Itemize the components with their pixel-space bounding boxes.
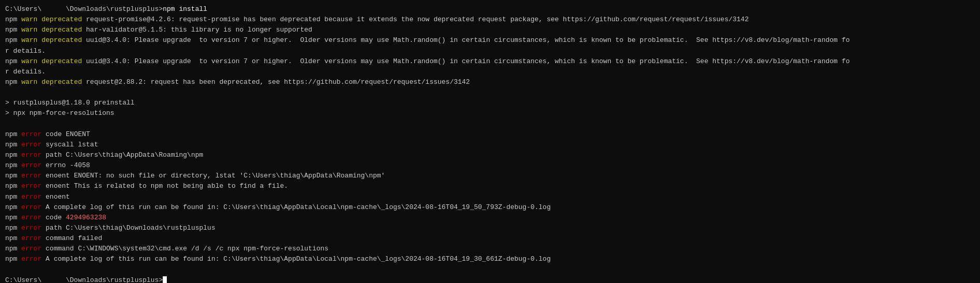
warn-line-3: npm warn deprecated uuid@3.4.0: Please u… (5, 35, 975, 46)
error-line-5: npm error enoent ENOENT: no such file or… (5, 171, 975, 181)
warn-line-4: npm warn deprecated uuid@3.4.0: Please u… (5, 56, 975, 67)
command-line: C:\Users\ \Downloads\rustplusplus>npm in… (5, 4, 975, 14)
error-line-9: npm error code 4294963238 (5, 213, 975, 223)
error-line-11: npm error command failed (5, 233, 975, 244)
error-line-4: npm error errno -4058 (5, 160, 975, 171)
error-line-6: npm error enoent This is related to npm … (5, 181, 975, 191)
error-line-2: npm error syscall lstat (5, 140, 975, 150)
error-line-8: npm error A complete log of this run can… (5, 202, 975, 213)
empty-line-2 (5, 119, 975, 129)
warn-line-1: npm warn deprecated request-promise@4.2.… (5, 14, 975, 25)
error-line-10: npm error path C:\Users\thiag\Downloads\… (5, 223, 975, 233)
preinstall-line-1: > rustplusplus@1.18.0 preinstall (5, 98, 975, 108)
terminal-window: C:\Users\ \Downloads\rustplusplus>npm in… (5, 4, 975, 283)
empty-line-1 (5, 87, 975, 98)
preinstall-line-2: > npx npm-force-resolutions (5, 108, 975, 118)
warn-line-5: npm warn deprecated request@2.88.2: requ… (5, 77, 975, 87)
final-prompt[interactable]: C:\Users\ \Downloads\rustplusplus>█ (5, 275, 975, 283)
empty-line-3 (5, 265, 975, 275)
error-line-13: npm error A complete log of this run can… (5, 254, 975, 264)
error-line-1: npm error code ENOENT (5, 129, 975, 140)
error-line-7: npm error enoent (5, 192, 975, 202)
error-line-3: npm error path C:\Users\thiag\AppData\Ro… (5, 150, 975, 160)
warn-line-2: npm warn deprecated har-validator@5.1.5:… (5, 25, 975, 35)
warn-line-4b: r details. (5, 67, 975, 77)
warn-line-3b: r details. (5, 46, 975, 56)
error-line-12: npm error command C:\WINDOWS\system32\cm… (5, 244, 975, 254)
